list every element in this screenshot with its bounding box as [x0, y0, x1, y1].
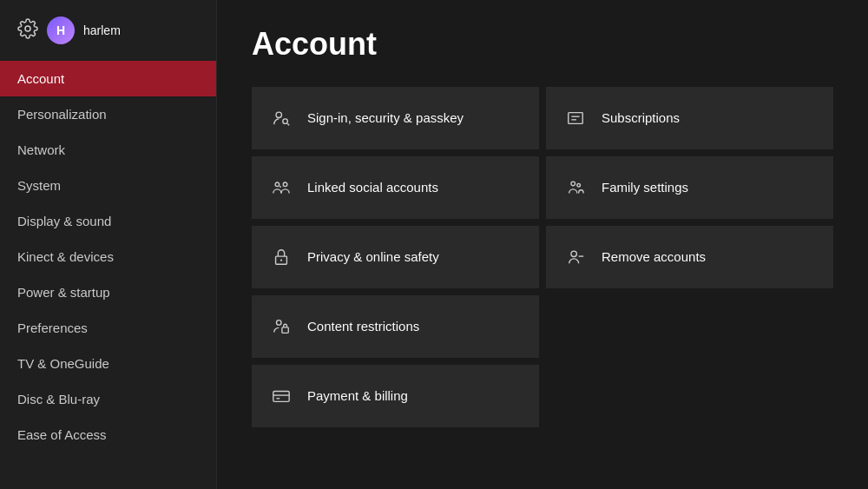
card-linked-social[interactable]: Linked social accounts: [252, 156, 539, 219]
svg-point-17: [571, 251, 576, 256]
card-content-restrictions[interactable]: Content restrictions: [252, 295, 539, 358]
svg-point-16: [577, 183, 581, 187]
person-key-icon: [269, 106, 293, 130]
svg-point-7: [277, 320, 282, 326]
svg-point-0: [25, 26, 30, 31]
card-label-linked-social: Linked social accounts: [307, 179, 438, 196]
person-remove-icon: [563, 245, 588, 269]
sidebar-item-preferences[interactable]: Preferences: [0, 310, 216, 346]
main-content: Account Sign-in, security & passkeyLinke…: [217, 0, 868, 489]
sidebar-item-system[interactable]: System: [0, 168, 216, 203]
sidebar-username: harlem: [83, 23, 121, 37]
card-label-subscriptions: Subscriptions: [602, 109, 680, 127]
card-remove-accounts[interactable]: Remove accounts: [546, 226, 833, 288]
svg-point-1: [276, 112, 281, 117]
svg-point-15: [571, 182, 575, 186]
person-lock-icon: [269, 314, 293, 339]
card-label-signin-security: Sign-in, security & passkey: [307, 109, 464, 127]
sidebar-nav: AccountPersonalizationNetworkSystemDispl…: [0, 61, 216, 489]
sidebar-item-disc-bluray[interactable]: Disc & Blu-ray: [0, 381, 216, 417]
sidebar-item-ease-of-access[interactable]: Ease of Access: [0, 417, 216, 453]
svg-point-2: [283, 119, 288, 124]
svg-rect-9: [273, 392, 289, 402]
link-people-icon: [269, 175, 293, 200]
sidebar: H harlem AccountPersonalizationNetworkSy…: [0, 0, 217, 489]
settings-grid: Sign-in, security & passkeyLinked social…: [252, 87, 833, 427]
svg-point-3: [275, 182, 279, 187]
list-card-icon: [563, 106, 588, 130]
page-title: Account: [252, 26, 833, 63]
card-label-family-settings: Family settings: [602, 179, 688, 196]
card-icon: [269, 384, 293, 408]
sidebar-item-power-startup[interactable]: Power & startup: [0, 274, 216, 310]
card-payment-billing[interactable]: Payment & billing: [252, 365, 539, 427]
settings-icon: [17, 18, 38, 43]
card-label-privacy-safety: Privacy & online safety: [307, 248, 439, 266]
sidebar-item-personalization[interactable]: Personalization: [0, 96, 216, 132]
sidebar-item-tv-oneguide[interactable]: TV & OneGuide: [0, 346, 216, 381]
card-label-payment-billing: Payment & billing: [307, 387, 408, 405]
svg-point-6: [280, 260, 282, 261]
avatar: H: [47, 17, 75, 44]
card-signin-security[interactable]: Sign-in, security & passkey: [252, 87, 539, 149]
svg-rect-12: [569, 113, 583, 124]
sidebar-item-account[interactable]: Account: [0, 61, 216, 96]
card-subscriptions[interactable]: Subscriptions: [546, 87, 833, 149]
sidebar-item-network[interactable]: Network: [0, 132, 216, 168]
svg-rect-8: [282, 327, 288, 333]
svg-point-4: [283, 182, 287, 187]
sidebar-item-display-sound[interactable]: Display & sound: [0, 203, 216, 239]
card-privacy-safety[interactable]: Privacy & online safety: [252, 226, 539, 288]
sidebar-header: H harlem: [0, 0, 216, 61]
card-family-settings[interactable]: Family settings: [546, 156, 833, 219]
family-icon: [563, 175, 588, 200]
lock-icon: [269, 245, 293, 269]
sidebar-item-kinect-devices[interactable]: Kinect & devices: [0, 239, 216, 274]
card-label-content-restrictions: Content restrictions: [307, 318, 419, 335]
card-label-remove-accounts: Remove accounts: [602, 248, 706, 266]
